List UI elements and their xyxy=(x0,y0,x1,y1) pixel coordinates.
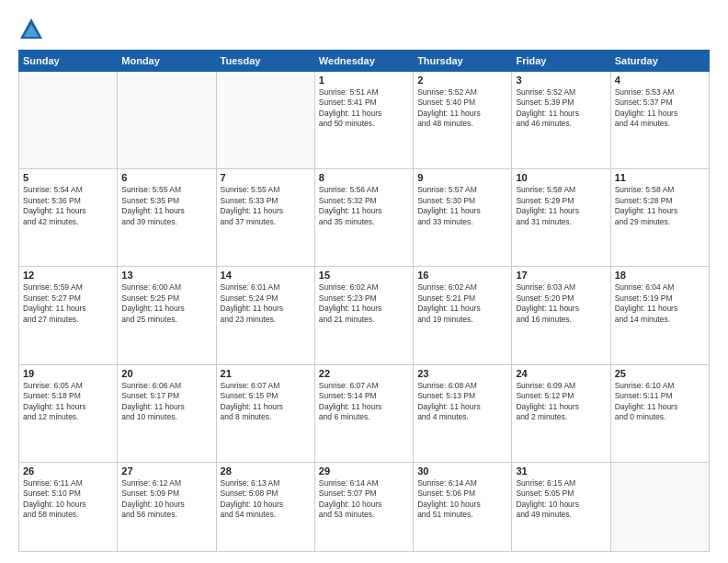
calendar-cell: 6Sunrise: 5:55 AM Sunset: 5:35 PM Daylig… xyxy=(118,169,216,267)
day-info: Sunrise: 6:14 AM Sunset: 5:06 PM Dayligh… xyxy=(417,478,507,521)
calendar-cell: 7Sunrise: 5:55 AM Sunset: 5:33 PM Daylig… xyxy=(216,169,314,267)
day-number: 7 xyxy=(221,172,311,183)
weekday-header-monday: Monday xyxy=(118,51,216,72)
calendar-cell: 22Sunrise: 6:07 AM Sunset: 5:14 PM Dayli… xyxy=(314,364,413,462)
day-number: 21 xyxy=(221,368,311,379)
day-info: Sunrise: 6:12 AM Sunset: 5:09 PM Dayligh… xyxy=(121,478,211,521)
logo-icon xyxy=(18,17,44,42)
calendar-cell: 3Sunrise: 5:52 AM Sunset: 5:39 PM Daylig… xyxy=(512,72,610,169)
day-info: Sunrise: 5:55 AM Sunset: 5:35 PM Dayligh… xyxy=(121,185,211,227)
day-info: Sunrise: 6:03 AM Sunset: 5:20 PM Dayligh… xyxy=(516,282,606,325)
calendar-cell: 28Sunrise: 6:13 AM Sunset: 5:08 PM Dayli… xyxy=(216,462,314,551)
day-number: 8 xyxy=(319,172,409,183)
day-number: 27 xyxy=(121,465,211,477)
day-number: 18 xyxy=(615,270,705,281)
calendar-cell: 14Sunrise: 6:01 AM Sunset: 5:24 PM Dayli… xyxy=(216,267,314,364)
header xyxy=(18,17,710,42)
calendar-cell: 8Sunrise: 5:56 AM Sunset: 5:32 PM Daylig… xyxy=(314,169,413,267)
calendar-week-3: 12Sunrise: 5:59 AM Sunset: 5:27 PM Dayli… xyxy=(19,267,710,364)
day-info: Sunrise: 5:55 AM Sunset: 5:33 PM Dayligh… xyxy=(221,185,311,227)
day-info: Sunrise: 6:11 AM Sunset: 5:10 PM Dayligh… xyxy=(23,478,113,521)
calendar-cell: 15Sunrise: 6:02 AM Sunset: 5:23 PM Dayli… xyxy=(314,267,413,364)
day-info: Sunrise: 5:54 AM Sunset: 5:36 PM Dayligh… xyxy=(23,185,113,227)
logo xyxy=(18,17,48,42)
calendar-cell: 5Sunrise: 5:54 AM Sunset: 5:36 PM Daylig… xyxy=(19,169,118,267)
page: SundayMondayTuesdayWednesdayThursdayFrid… xyxy=(0,0,728,563)
day-number: 14 xyxy=(221,270,311,281)
day-info: Sunrise: 5:59 AM Sunset: 5:27 PM Dayligh… xyxy=(23,282,113,325)
day-number: 26 xyxy=(23,465,113,477)
calendar-cell: 27Sunrise: 6:12 AM Sunset: 5:09 PM Dayli… xyxy=(118,462,216,551)
day-number: 29 xyxy=(319,465,409,477)
day-info: Sunrise: 6:05 AM Sunset: 5:18 PM Dayligh… xyxy=(23,381,113,423)
day-info: Sunrise: 6:00 AM Sunset: 5:25 PM Dayligh… xyxy=(121,282,211,325)
day-info: Sunrise: 6:13 AM Sunset: 5:08 PM Dayligh… xyxy=(221,478,311,521)
day-info: Sunrise: 6:09 AM Sunset: 5:12 PM Dayligh… xyxy=(516,381,606,423)
calendar-cell: 9Sunrise: 5:57 AM Sunset: 5:30 PM Daylig… xyxy=(414,169,512,267)
day-info: Sunrise: 6:02 AM Sunset: 5:23 PM Dayligh… xyxy=(319,282,409,325)
day-number: 23 xyxy=(417,368,507,379)
day-number: 24 xyxy=(516,368,606,379)
calendar-cell: 1Sunrise: 5:51 AM Sunset: 5:41 PM Daylig… xyxy=(314,72,413,169)
day-info: Sunrise: 6:14 AM Sunset: 5:07 PM Dayligh… xyxy=(319,478,409,521)
day-number: 25 xyxy=(615,368,705,379)
day-info: Sunrise: 5:56 AM Sunset: 5:32 PM Dayligh… xyxy=(319,185,409,227)
day-info: Sunrise: 6:07 AM Sunset: 5:14 PM Dayligh… xyxy=(319,381,409,423)
day-info: Sunrise: 6:06 AM Sunset: 5:17 PM Dayligh… xyxy=(121,381,211,423)
calendar-cell: 11Sunrise: 5:58 AM Sunset: 5:28 PM Dayli… xyxy=(610,169,709,267)
day-info: Sunrise: 6:08 AM Sunset: 5:13 PM Dayligh… xyxy=(417,381,507,423)
calendar-cell: 4Sunrise: 5:53 AM Sunset: 5:37 PM Daylig… xyxy=(610,72,709,169)
calendar-cell: 24Sunrise: 6:09 AM Sunset: 5:12 PM Dayli… xyxy=(512,364,610,462)
calendar-week-1: 1Sunrise: 5:51 AM Sunset: 5:41 PM Daylig… xyxy=(19,72,710,169)
day-number: 2 xyxy=(417,75,507,86)
day-info: Sunrise: 6:01 AM Sunset: 5:24 PM Dayligh… xyxy=(221,282,311,325)
calendar-cell: 23Sunrise: 6:08 AM Sunset: 5:13 PM Dayli… xyxy=(414,364,512,462)
weekday-header-tuesday: Tuesday xyxy=(216,51,314,72)
calendar-week-4: 19Sunrise: 6:05 AM Sunset: 5:18 PM Dayli… xyxy=(19,364,710,462)
calendar-cell xyxy=(19,72,118,169)
calendar-cell: 2Sunrise: 5:52 AM Sunset: 5:40 PM Daylig… xyxy=(414,72,512,169)
calendar-cell xyxy=(610,462,709,551)
day-number: 3 xyxy=(516,75,606,86)
day-number: 20 xyxy=(121,368,211,379)
calendar-cell: 25Sunrise: 6:10 AM Sunset: 5:11 PM Dayli… xyxy=(610,364,709,462)
weekday-header-saturday: Saturday xyxy=(610,51,709,72)
day-info: Sunrise: 6:10 AM Sunset: 5:11 PM Dayligh… xyxy=(615,381,705,423)
weekday-header-wednesday: Wednesday xyxy=(314,51,413,72)
day-number: 9 xyxy=(417,172,507,183)
day-number: 22 xyxy=(319,368,409,379)
day-number: 11 xyxy=(615,172,705,183)
calendar-cell: 30Sunrise: 6:14 AM Sunset: 5:06 PM Dayli… xyxy=(414,462,512,551)
calendar-cell: 20Sunrise: 6:06 AM Sunset: 5:17 PM Dayli… xyxy=(118,364,216,462)
calendar-cell: 29Sunrise: 6:14 AM Sunset: 5:07 PM Dayli… xyxy=(314,462,413,551)
day-number: 17 xyxy=(516,270,606,281)
calendar-week-5: 26Sunrise: 6:11 AM Sunset: 5:10 PM Dayli… xyxy=(19,462,710,551)
calendar-cell: 26Sunrise: 6:11 AM Sunset: 5:10 PM Dayli… xyxy=(19,462,118,551)
day-info: Sunrise: 6:04 AM Sunset: 5:19 PM Dayligh… xyxy=(615,282,705,325)
calendar-cell: 12Sunrise: 5:59 AM Sunset: 5:27 PM Dayli… xyxy=(19,267,118,364)
day-info: Sunrise: 5:58 AM Sunset: 5:28 PM Dayligh… xyxy=(615,185,705,227)
calendar-cell: 10Sunrise: 5:58 AM Sunset: 5:29 PM Dayli… xyxy=(512,169,610,267)
day-info: Sunrise: 5:57 AM Sunset: 5:30 PM Dayligh… xyxy=(417,185,507,227)
day-info: Sunrise: 6:02 AM Sunset: 5:21 PM Dayligh… xyxy=(417,282,507,325)
day-number: 4 xyxy=(615,75,705,86)
calendar-cell: 21Sunrise: 6:07 AM Sunset: 5:15 PM Dayli… xyxy=(216,364,314,462)
day-number: 19 xyxy=(23,368,113,379)
day-info: Sunrise: 6:07 AM Sunset: 5:15 PM Dayligh… xyxy=(221,381,311,423)
day-number: 28 xyxy=(221,465,311,477)
day-number: 13 xyxy=(121,270,211,281)
day-number: 31 xyxy=(516,465,606,477)
day-info: Sunrise: 5:51 AM Sunset: 5:41 PM Dayligh… xyxy=(319,87,409,130)
day-number: 16 xyxy=(417,270,507,281)
calendar-cell: 17Sunrise: 6:03 AM Sunset: 5:20 PM Dayli… xyxy=(512,267,610,364)
day-number: 10 xyxy=(516,172,606,183)
calendar-cell: 13Sunrise: 6:00 AM Sunset: 5:25 PM Dayli… xyxy=(118,267,216,364)
calendar-cell: 16Sunrise: 6:02 AM Sunset: 5:21 PM Dayli… xyxy=(414,267,512,364)
weekday-header-sunday: Sunday xyxy=(19,51,118,72)
day-info: Sunrise: 5:52 AM Sunset: 5:40 PM Dayligh… xyxy=(417,87,507,130)
day-number: 1 xyxy=(319,75,409,86)
day-number: 12 xyxy=(23,270,113,281)
weekday-header-row: SundayMondayTuesdayWednesdayThursdayFrid… xyxy=(19,51,710,72)
day-number: 15 xyxy=(319,270,409,281)
day-info: Sunrise: 5:52 AM Sunset: 5:39 PM Dayligh… xyxy=(516,87,606,130)
